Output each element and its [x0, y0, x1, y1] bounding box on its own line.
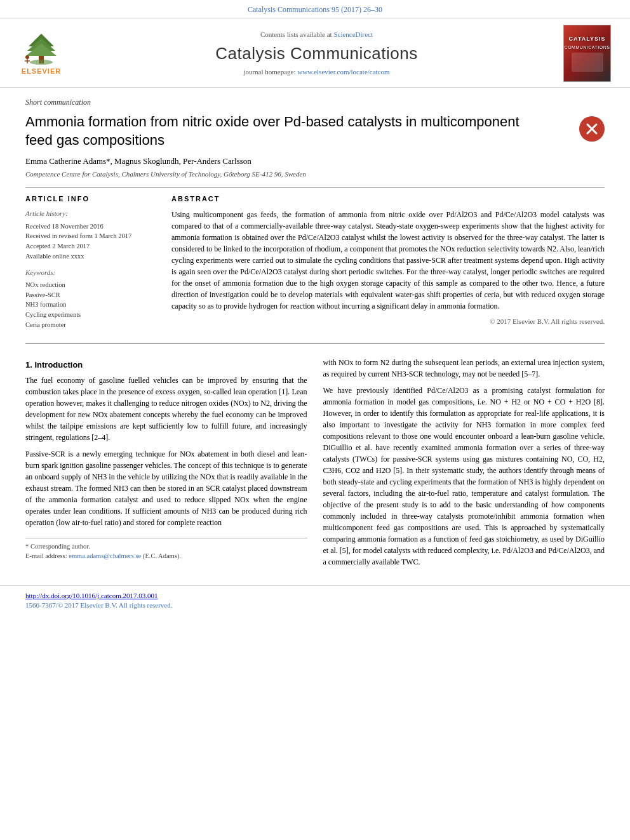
article-info-col: ARTICLE INFO Article history: Received 1… [25, 194, 152, 330]
email-line: E-mail address: emma.adams@chalmers.se (… [25, 552, 307, 561]
doi-link[interactable]: http://dx.doi.org/10.1016/j.catcom.2017.… [25, 592, 158, 599]
divider-1 [25, 187, 605, 188]
email-link[interactable]: emma.adams@chalmers.se [69, 552, 141, 559]
journal-header: ELSEVIER Contents lists available at Sci… [0, 18, 630, 88]
accepted-date: Accepted 2 March 2017 [25, 241, 152, 251]
abstract-col: ABSTRACT Using multicomponent gas feeds,… [171, 194, 605, 330]
main-col-right: with NOx to form N2 during the subsequen… [323, 357, 605, 573]
journal-cover: CATALYSIS COMMUNICATIONS [563, 25, 611, 82]
journal-homepage: journal homepage: www.elsevier.com/locat… [70, 67, 563, 77]
issn-text: 1566-7367/© 2017 Elsevier B.V. All right… [25, 601, 173, 609]
elsevier-logo: ELSEVIER [13, 30, 70, 76]
keywords-section: Keywords: NOx reduction Passive-SCR NH3 … [25, 268, 152, 330]
crossmark-badge [579, 116, 605, 142]
elsevier-tree-svg [16, 30, 67, 65]
main-two-col: 1. Introduction The fuel economy of gaso… [25, 357, 605, 573]
homepage-label: journal homepage: [243, 68, 295, 76]
keyword-3: NH3 formation [25, 300, 152, 310]
abstract-text: Using multicomponent gas feeds, the form… [171, 209, 605, 312]
keyword-2: Passive-SCR [25, 290, 152, 300]
intro-section-title: 1. Introduction [25, 359, 307, 371]
top-bar: Catalysis Communications 95 (2017) 26–30 [0, 0, 630, 18]
article-title: Ammonia formation from nitric oxide over… [25, 113, 521, 149]
journal-header-center: Contents lists available at ScienceDirec… [70, 30, 563, 77]
bottom-info-bar: http://dx.doi.org/10.1016/j.catcom.2017.… [0, 585, 630, 617]
main-divider [25, 343, 605, 344]
keyword-4: Cycling experiments [25, 310, 152, 320]
received-date: Received 18 November 2016 [25, 222, 152, 232]
article-body: Short communication Ammonia formation fr… [0, 88, 630, 342]
intro-paragraph-1: The fuel economy of gasoline fuelled veh… [25, 375, 307, 443]
keywords-label: Keywords: [25, 268, 152, 277]
section-number: 1. [25, 360, 32, 370]
article-type-label: Short communication [25, 97, 605, 108]
cover-title2: COMMUNICATIONS [565, 44, 610, 51]
email-suffix: (E.C. Adams). [143, 552, 181, 559]
page: Catalysis Communications 95 (2017) 26–30… [0, 0, 630, 840]
intro-paragraph-2: Passive-SCR is a newly emerging techniqu… [25, 448, 307, 528]
right-paragraph-1: with NOx to form N2 during the subsequen… [323, 357, 605, 380]
journal-ref-link[interactable]: Catalysis Communications 95 (2017) 26–30 [248, 5, 382, 14]
copyright-notice: © 2017 Elsevier B.V. All rights reserved… [171, 317, 605, 326]
available-date: Available online xxxx [25, 251, 152, 262]
section-name: Introduction [34, 360, 83, 370]
article-info-abstract-row: ARTICLE INFO Article history: Received 1… [25, 194, 605, 330]
keyword-1: NOx reduction [25, 280, 152, 290]
keyword-5: Ceria promoter [25, 320, 152, 330]
journal-title: Catalysis Communications [70, 42, 563, 65]
article-info-heading: ARTICLE INFO [25, 194, 152, 204]
footnote-section: * Corresponding author. E-mail address: … [25, 538, 307, 561]
elsevier-wordmark: ELSEVIER [22, 67, 61, 76]
authors: Emma Catherine Adams*, Magnus Skoglundh,… [25, 156, 605, 167]
article-title-row: Ammonia formation from nitric oxide over… [25, 113, 605, 156]
sciencedirect-link[interactable]: ScienceDirect [333, 30, 373, 38]
svg-point-1 [30, 60, 53, 65]
corresponding-author-note: * Corresponding author. [25, 542, 307, 552]
affiliation: Competence Centre for Catalysis, Chalmer… [25, 170, 605, 179]
email-label: E-mail address: [25, 552, 67, 559]
contents-label: Contents lists available at [260, 30, 332, 38]
revised-date: Received in revised form 1 March 2017 [25, 231, 152, 241]
right-paragraph-2: We have previously identified Pd/Ce/Al2O… [323, 385, 605, 568]
abstract-heading: ABSTRACT [171, 194, 605, 204]
cover-title1: CATALYSIS [565, 35, 610, 43]
bottom-left: http://dx.doi.org/10.1016/j.catcom.2017.… [25, 591, 173, 611]
contents-line: Contents lists available at ScienceDirec… [70, 30, 563, 39]
main-col-left: 1. Introduction The fuel economy of gaso… [25, 357, 307, 573]
homepage-url[interactable]: www.elsevier.com/locate/catcom [297, 68, 389, 76]
svg-point-5 [25, 55, 29, 59]
main-content: 1. Introduction The fuel economy of gaso… [0, 350, 630, 585]
history-label: Article history: [25, 209, 152, 218]
